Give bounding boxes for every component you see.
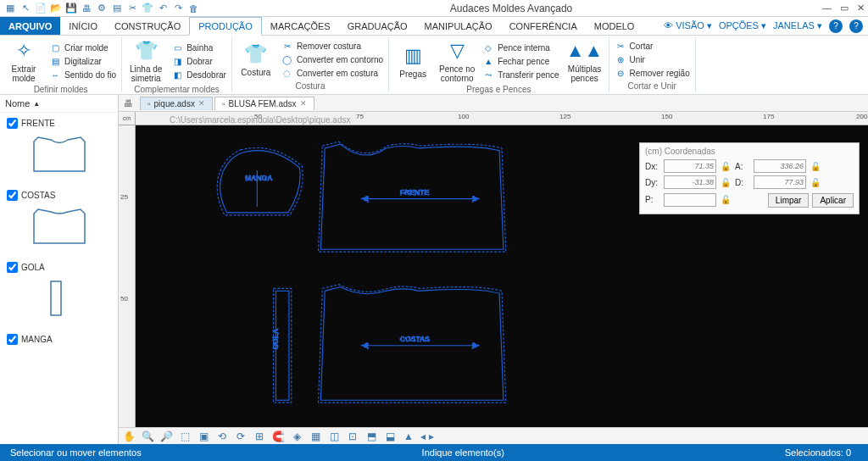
- tab-arquivo[interactable]: ARQUIVO: [0, 17, 60, 35]
- tool-icon[interactable]: ◈: [290, 430, 303, 443]
- tool-icon[interactable]: ⟲: [215, 430, 229, 443]
- minimize-icon[interactable]: —: [822, 3, 832, 14]
- tool-icon[interactable]: ◫: [327, 430, 341, 443]
- lock-icon[interactable]: 🔓: [720, 160, 732, 172]
- group-label: Complementar moldes: [127, 83, 226, 94]
- qat-undo[interactable]: ↶: [156, 2, 170, 15]
- qat-new[interactable]: 📄: [34, 2, 47, 15]
- group-cortar-unir: ✂Cortar ⊕Unir ⊖Remover região Cortar e U…: [609, 37, 696, 92]
- ruler-vertical: 25 50: [119, 125, 136, 427]
- maximize-icon[interactable]: ▭: [840, 3, 849, 14]
- zoom-fit-icon[interactable]: ▣: [197, 430, 210, 443]
- close-icon[interactable]: ✕: [857, 3, 865, 14]
- piece-label-gola: GOLA: [271, 328, 280, 350]
- pregas-button[interactable]: ▥Pregas: [394, 39, 431, 83]
- qat-redo[interactable]: ↷: [171, 2, 185, 15]
- list-item[interactable]: COSTAS: [0, 185, 118, 257]
- extrair-molde-button[interactable]: ✧Extrair molde: [5, 39, 42, 83]
- desdobrar-button[interactable]: ◧Desdobrar: [171, 69, 226, 81]
- more-icon[interactable]: ◂ ▸: [420, 430, 434, 443]
- unir-button[interactable]: ⊕Unir: [615, 53, 690, 65]
- lock-icon[interactable]: 🔓: [810, 176, 821, 188]
- canvas[interactable]: cm 50 75 100 125 150 175 200 25 50: [119, 112, 868, 427]
- a-input[interactable]: [754, 159, 806, 173]
- qat-cursor[interactable]: ↖: [19, 2, 32, 15]
- sidebar-header[interactable]: Nome ▲: [0, 95, 118, 113]
- tab-construcao[interactable]: CONSTRUÇÃO: [106, 17, 189, 35]
- doc-tab[interactable]: ▫ pique.adsx ✕: [140, 97, 213, 110]
- janelas-menu[interactable]: JANELAS ▾: [773, 20, 822, 31]
- status-mid: Indique elemento(s): [152, 447, 775, 458]
- dobrar-button[interactable]: ◨Dobrar: [171, 55, 226, 67]
- converter-contorno-button[interactable]: ◯Converter em contorno: [281, 53, 383, 65]
- converter-costura-button[interactable]: ◌Converter em costura: [281, 67, 383, 79]
- costura-button[interactable]: 👕Costura: [237, 39, 275, 80]
- linha-simetria-button[interactable]: 👕Linha de simetria: [127, 39, 164, 83]
- criar-molde-button[interactable]: ▢Criar molde: [49, 42, 116, 53]
- pence-interna-button[interactable]: ◇Pence interna: [482, 42, 559, 53]
- aplicar-button[interactable]: Aplicar: [812, 193, 854, 208]
- close-tab-icon[interactable]: ✕: [300, 99, 307, 108]
- dy-input[interactable]: [664, 175, 716, 189]
- sentido-fio-button[interactable]: ↔Sentido do fio: [49, 69, 116, 81]
- d-input[interactable]: [754, 175, 806, 189]
- qat-delete[interactable]: 🗑: [186, 2, 200, 15]
- qat-tool[interactable]: ⚙: [95, 2, 108, 15]
- tool-icon[interactable]: ⊡: [346, 430, 359, 443]
- zoom-in-icon[interactable]: 🔍: [141, 430, 154, 443]
- tab-modelo[interactable]: MODELO: [586, 17, 643, 35]
- lock-icon[interactable]: 🔓: [720, 194, 732, 206]
- qat-print[interactable]: 🖶: [80, 2, 93, 15]
- tab-manipulacao[interactable]: MANIPULAÇÃO: [416, 17, 501, 35]
- lock-icon[interactable]: 🔓: [810, 160, 821, 172]
- help2-icon[interactable]: ?: [849, 19, 863, 33]
- zoom-window-icon[interactable]: ⬚: [178, 430, 192, 443]
- list-item[interactable]: FRENTE: [0, 113, 118, 185]
- canvas-wrap: 🖶 ▫ pique.adsx ✕ ▫ BLUSA FEM.adsx ✕ C:\U…: [119, 95, 868, 444]
- tool-icon[interactable]: ▲: [402, 430, 415, 443]
- multiplas-pences-button[interactable]: ▲▲Múltiplas pences: [566, 39, 604, 83]
- qat-tool2[interactable]: ▤: [110, 2, 124, 15]
- list-item[interactable]: GOLA: [0, 257, 118, 329]
- fechar-pence-button[interactable]: ▲Fechar pence: [482, 55, 559, 67]
- remover-regiao-button[interactable]: ⊖Remover região: [615, 67, 690, 79]
- tool-icon[interactable]: ⬒: [364, 430, 378, 443]
- qat-save[interactable]: 💾: [64, 2, 78, 15]
- qat-open[interactable]: 📂: [49, 2, 63, 15]
- zoom-out-icon[interactable]: 🔎: [159, 430, 173, 443]
- list-item[interactable]: MANGA: [0, 329, 118, 350]
- bainha-button[interactable]: ▭Bainha: [171, 42, 226, 53]
- tab-producao[interactable]: PRODUÇÃO: [189, 17, 262, 36]
- tool-icon[interactable]: ⟳: [234, 430, 248, 443]
- dx-input[interactable]: [664, 159, 716, 173]
- digitalizar-button[interactable]: ▤Digitalizar: [49, 55, 116, 67]
- tool-icon[interactable]: ⬓: [383, 430, 397, 443]
- cortar-button[interactable]: ✂Cortar: [615, 40, 690, 52]
- tab-marcacoes[interactable]: MARCAÇÕES: [262, 17, 339, 35]
- qat-shirt[interactable]: 👕: [141, 2, 154, 15]
- opcoes-menu[interactable]: OPÇÕES ▾: [719, 20, 766, 31]
- doc-tab[interactable]: ▫ BLUSA FEM.adsx ✕: [214, 97, 314, 110]
- tool-icon[interactable]: ⊞: [253, 430, 266, 443]
- transferir-pence-button[interactable]: ⤳Transferir pence: [482, 69, 559, 81]
- qat-btn[interactable]: ▦: [3, 2, 17, 15]
- pan-icon[interactable]: ✋: [122, 430, 136, 443]
- limpar-button[interactable]: Limpar: [768, 193, 810, 208]
- sidebar: Nome ▲ FRENTE COSTAS GOLA MANGA: [0, 95, 119, 444]
- close-tab-icon[interactable]: ✕: [198, 99, 205, 108]
- tab-graduacao[interactable]: GRADUAÇÃO: [339, 17, 416, 35]
- lock-icon[interactable]: 🔓: [720, 176, 732, 188]
- visao-menu[interactable]: 👁 VISÃO ▾: [664, 20, 712, 31]
- remover-costura-button[interactable]: ✂Remover costura: [281, 40, 383, 52]
- p-input[interactable]: [664, 193, 716, 207]
- tab-inicio[interactable]: INÍCIO: [60, 17, 106, 35]
- tab-conferencia[interactable]: CONFERÊNCIA: [501, 17, 586, 35]
- workarea: Nome ▲ FRENTE COSTAS GOLA MANGA 🖶 ▫ piqu…: [0, 95, 868, 444]
- help-icon[interactable]: ?: [829, 19, 843, 33]
- qat-cut[interactable]: ✂: [125, 2, 139, 15]
- pin-icon[interactable]: 🖶: [124, 98, 133, 108]
- pence-contorno-button[interactable]: ▽Pence no contorno: [438, 39, 476, 83]
- coord-title: (cm) Coordenadas: [645, 147, 854, 156]
- tool-icon[interactable]: 🧲: [271, 430, 285, 443]
- tool-icon[interactable]: ▦: [309, 430, 322, 443]
